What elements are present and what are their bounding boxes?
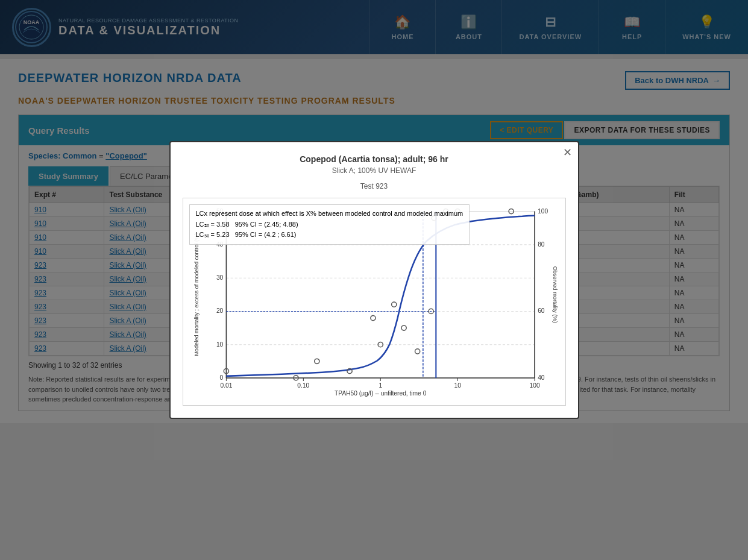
svg-text:30: 30 — [216, 274, 223, 281]
svg-text:TPAH50 (µg/l) -- unfiltered, t: TPAH50 (µg/l) -- unfiltered, time 0 — [335, 390, 427, 397]
chart-wrapper: LCx represent dose at which effect is X%… — [183, 198, 566, 406]
chart-lcx-description: LCx represent dose at which effect is X%… — [196, 209, 464, 219]
svg-text:60: 60 — [538, 307, 545, 314]
svg-text:0.10: 0.10 — [297, 382, 309, 389]
svg-text:0.01: 0.01 — [220, 382, 232, 389]
modal-box: ✕ Copepod (Acartia tonsa); adult; 96 hr … — [169, 141, 579, 419]
chart-lc50: LC₅₀ = 5.23 95% CI = (4.2 ; 6.61) — [196, 230, 464, 241]
svg-text:Modeled mortality ; excess of : Modeled mortality ; excess of modeled co… — [193, 233, 200, 356]
modal-overlay[interactable]: ✕ Copepod (Acartia tonsa); adult; 96 hr … — [0, 0, 748, 423]
svg-text:1: 1 — [379, 382, 382, 389]
svg-text:40: 40 — [538, 374, 545, 381]
modal-title-line1: Copepod (Acartia tonsa); adult; 96 hr — [183, 154, 566, 164]
svg-text:10: 10 — [454, 382, 461, 389]
svg-text:100: 100 — [538, 208, 548, 215]
svg-text:100: 100 — [529, 382, 539, 389]
svg-text:10: 10 — [216, 341, 223, 348]
chart-lc20: LC₂₀ = 3.58 95% CI = (2.45; 4.88) — [196, 219, 464, 230]
svg-text:0: 0 — [219, 374, 223, 381]
chart-info-box: LCx represent dose at which effect is X%… — [189, 204, 470, 245]
svg-text:Observed mortality (%): Observed mortality (%) — [552, 266, 558, 323]
svg-text:20: 20 — [216, 307, 223, 314]
modal-title-line3: Test 923 — [183, 182, 566, 190]
modal-close-button[interactable]: ✕ — [563, 147, 572, 158]
svg-text:80: 80 — [538, 241, 545, 248]
modal-title-line2: Slick A; 100% UV HEWAF — [183, 166, 566, 175]
